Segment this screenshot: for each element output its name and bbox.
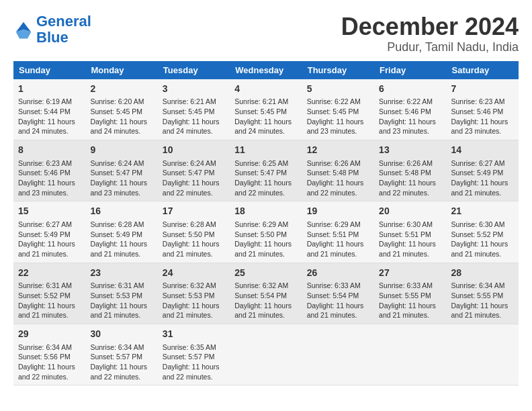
cell-info: Sunrise: 6:29 AM [234, 220, 297, 230]
title-block: December 2024 Pudur, Tamil Nadu, India [341, 13, 519, 54]
cell-info: Sunrise: 6:26 AM [307, 158, 369, 169]
calendar-cell: 13Sunrise: 6:26 AMSunset: 5:48 PMDayligh… [374, 140, 446, 201]
day-number: 16 [90, 205, 152, 218]
calendar-cell: 20Sunrise: 6:30 AMSunset: 5:51 PMDayligh… [374, 201, 446, 263]
cell-info: Sunrise: 6:34 AM [90, 342, 152, 353]
cell-info: Sunset: 5:47 PM [234, 168, 297, 178]
page-subtitle: Pudur, Tamil Nadu, India [341, 40, 519, 54]
cell-info: Daylight: 11 hours and 22 minutes. [90, 362, 152, 381]
calendar-table: SundayMondayTuesdayWednesdayThursdayFrid… [13, 61, 519, 386]
cell-info: Daylight: 11 hours and 22 minutes. [163, 178, 225, 197]
cell-info: Daylight: 11 hours and 22 minutes. [163, 362, 225, 381]
day-number: 19 [307, 205, 369, 218]
cell-info: Sunset: 5:53 PM [90, 291, 152, 301]
day-number: 24 [163, 267, 225, 280]
cell-info: Sunset: 5:47 PM [90, 168, 152, 178]
cell-info: Daylight: 11 hours and 21 minutes. [18, 301, 81, 320]
calendar-cell: 9Sunrise: 6:24 AMSunset: 5:47 PMDaylight… [85, 140, 157, 201]
cell-info: Daylight: 11 hours and 23 minutes. [18, 178, 81, 197]
calendar-cell: 29Sunrise: 6:34 AMSunset: 5:56 PMDayligh… [13, 324, 85, 385]
cell-info: Daylight: 11 hours and 21 minutes. [234, 239, 297, 259]
cell-info: Sunrise: 6:19 AM [18, 97, 81, 107]
cell-info: Sunrise: 6:22 AM [307, 97, 369, 107]
cell-info: Sunset: 5:54 PM [307, 291, 369, 301]
calendar-cell: 6Sunrise: 6:22 AMSunset: 5:46 PMDaylight… [374, 79, 446, 140]
calendar-header-row: SundayMondayTuesdayWednesdayThursdayFrid… [13, 61, 519, 79]
cell-info: Sunset: 5:50 PM [163, 230, 225, 240]
cell-info: Sunrise: 6:34 AM [18, 342, 81, 353]
cell-info: Sunrise: 6:22 AM [379, 97, 441, 107]
calendar-cell [447, 324, 519, 385]
calendar-cell: 26Sunrise: 6:33 AMSunset: 5:54 PMDayligh… [302, 263, 374, 324]
cell-info: Sunset: 5:55 PM [451, 291, 514, 301]
cell-info: Sunrise: 6:21 AM [163, 97, 225, 107]
cell-info: Sunset: 5:56 PM [18, 352, 81, 362]
cell-info: Sunset: 5:51 PM [379, 230, 441, 240]
day-number: 23 [90, 267, 152, 280]
cell-info: Sunset: 5:49 PM [18, 230, 81, 240]
cell-info: Sunset: 5:51 PM [307, 230, 369, 240]
calendar-cell: 15Sunrise: 6:27 AMSunset: 5:49 PMDayligh… [13, 201, 85, 263]
cell-info: Sunrise: 6:35 AM [163, 342, 225, 353]
cell-info: Sunrise: 6:34 AM [451, 281, 514, 291]
cell-info: Sunrise: 6:31 AM [18, 281, 81, 291]
day-number: 15 [18, 205, 81, 218]
calendar-cell: 16Sunrise: 6:28 AMSunset: 5:49 PMDayligh… [85, 201, 157, 263]
cell-info: Sunrise: 6:30 AM [379, 220, 441, 230]
calendar-cell: 30Sunrise: 6:34 AMSunset: 5:57 PMDayligh… [85, 324, 157, 385]
cell-info: Sunset: 5:49 PM [90, 230, 152, 240]
calendar-cell: 3Sunrise: 6:21 AMSunset: 5:45 PMDaylight… [158, 79, 230, 140]
cell-info: Daylight: 11 hours and 24 minutes. [90, 117, 152, 136]
cell-info: Sunrise: 6:32 AM [234, 281, 297, 291]
calendar-week-row: 29Sunrise: 6:34 AMSunset: 5:56 PMDayligh… [13, 324, 519, 385]
header-friday: Friday [374, 61, 446, 79]
calendar-cell [230, 324, 302, 385]
cell-info: Sunrise: 6:28 AM [90, 220, 152, 230]
day-number: 25 [234, 267, 297, 280]
cell-info: Sunrise: 6:27 AM [451, 158, 514, 169]
day-number: 10 [163, 144, 225, 157]
cell-info: Sunrise: 6:24 AM [163, 158, 225, 169]
calendar-cell: 22Sunrise: 6:31 AMSunset: 5:52 PMDayligh… [13, 263, 85, 324]
calendar-cell: 19Sunrise: 6:29 AMSunset: 5:51 PMDayligh… [302, 201, 374, 263]
calendar-cell: 12Sunrise: 6:26 AMSunset: 5:48 PMDayligh… [302, 140, 374, 201]
logo-text: General Blue [36, 13, 91, 46]
calendar-cell: 2Sunrise: 6:20 AMSunset: 5:45 PMDaylight… [85, 79, 157, 140]
calendar-cell: 11Sunrise: 6:25 AMSunset: 5:47 PMDayligh… [230, 140, 302, 201]
cell-info: Sunset: 5:50 PM [234, 230, 297, 240]
cell-info: Sunrise: 6:33 AM [379, 281, 441, 291]
cell-info: Sunrise: 6:33 AM [307, 281, 369, 291]
calendar-cell: 24Sunrise: 6:32 AMSunset: 5:53 PMDayligh… [158, 263, 230, 324]
cell-info: Daylight: 11 hours and 22 minutes. [234, 178, 297, 197]
day-number: 7 [451, 83, 514, 96]
cell-info: Sunset: 5:57 PM [163, 352, 225, 362]
cell-info: Sunset: 5:55 PM [379, 291, 441, 301]
cell-info: Daylight: 11 hours and 21 minutes. [451, 301, 514, 320]
cell-info: Sunrise: 6:32 AM [163, 281, 225, 291]
day-number: 4 [234, 83, 297, 96]
calendar-week-row: 22Sunrise: 6:31 AMSunset: 5:52 PMDayligh… [13, 263, 519, 324]
day-number: 21 [451, 205, 514, 218]
cell-info: Daylight: 11 hours and 24 minutes. [18, 117, 81, 136]
cell-info: Daylight: 11 hours and 24 minutes. [163, 117, 225, 136]
cell-info: Sunrise: 6:24 AM [90, 158, 152, 169]
day-number: 14 [451, 144, 514, 157]
calendar-cell: 27Sunrise: 6:33 AMSunset: 5:55 PMDayligh… [374, 263, 446, 324]
cell-info: Daylight: 11 hours and 21 minutes. [18, 239, 81, 259]
calendar-cell: 25Sunrise: 6:32 AMSunset: 5:54 PMDayligh… [230, 263, 302, 324]
cell-info: Daylight: 11 hours and 21 minutes. [163, 239, 225, 259]
cell-info: Daylight: 11 hours and 23 minutes. [90, 178, 152, 197]
cell-info: Sunset: 5:54 PM [234, 291, 297, 301]
logo-icon [13, 19, 34, 40]
day-number: 5 [307, 83, 369, 96]
day-number: 3 [163, 83, 225, 96]
cell-info: Sunrise: 6:26 AM [379, 158, 441, 169]
calendar-cell: 1Sunrise: 6:19 AMSunset: 5:44 PMDaylight… [13, 79, 85, 140]
day-number: 12 [307, 144, 369, 157]
day-number: 1 [18, 83, 81, 96]
day-number: 17 [163, 205, 225, 218]
day-number: 8 [18, 144, 81, 157]
cell-info: Daylight: 11 hours and 21 minutes. [379, 239, 441, 259]
header-tuesday: Tuesday [158, 61, 230, 79]
cell-info: Sunset: 5:47 PM [163, 168, 225, 178]
